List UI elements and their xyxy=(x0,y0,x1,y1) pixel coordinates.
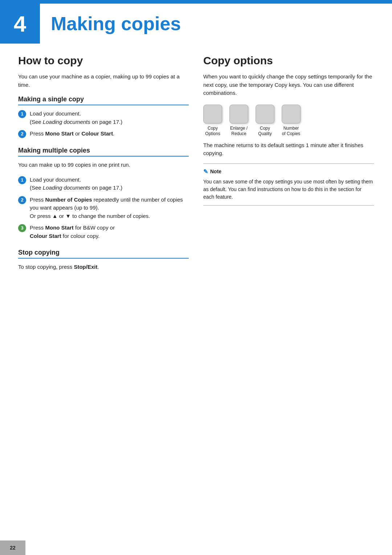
note-title-text: Note xyxy=(210,169,221,174)
returns-text: The machine returns to its default setti… xyxy=(203,141,374,158)
single-copy-step-2: 2 Press Mono Start or Colour Start. xyxy=(18,130,189,138)
note-title: ✎ Note xyxy=(203,168,374,175)
copy-quality-label: CopyQuality xyxy=(258,126,271,137)
how-to-copy-intro: You can use your machine as a copier, ma… xyxy=(18,73,189,89)
multiple-copies-title: Making multiple copies xyxy=(18,147,189,157)
enlarge-reduce-label: Enlarge /Reduce xyxy=(230,126,248,137)
main-content: How to copy You can use your machine as … xyxy=(0,54,392,280)
single-copy-step-2-text: Press Mono Start or Colour Start. xyxy=(30,130,189,138)
note-icon: ✎ xyxy=(203,168,208,175)
multiple-copies-intro: You can make up to 99 copies in one prin… xyxy=(18,161,189,169)
multiple-copies-section: Making multiple copies You can make up t… xyxy=(18,147,189,240)
copy-options-intro: When you want to quickly change the copy… xyxy=(203,73,374,97)
enlarge-reduce-button[interactable] xyxy=(229,105,248,123)
single-copy-section: Making a single copy 1 Load your documen… xyxy=(18,96,189,138)
stop-copying-section: Stop copying To stop copying, press Stop… xyxy=(18,249,189,271)
copy-key-number: Numberof Copies xyxy=(282,105,301,137)
single-copy-step-1-text: Load your document.(See Loading document… xyxy=(30,110,189,126)
multiple-copies-step-2: 2 Press Number of Copies repeatedly unti… xyxy=(18,196,189,220)
stop-copying-text: To stop copying, press Stop/Exit. xyxy=(18,263,189,271)
chapter-number: 4 xyxy=(14,11,26,37)
note-box: ✎ Note You can save some of the copy set… xyxy=(203,163,374,206)
right-column: Copy options When you want to quickly ch… xyxy=(203,54,374,280)
multiple-copies-step-1-text: Load your document.(See Loading document… xyxy=(30,176,189,192)
multiple-copies-step-3: 3 Press Mono Start for B&W copy orColour… xyxy=(18,224,189,240)
page-number-box: 22 xyxy=(0,540,25,555)
step-circle-m3: 3 xyxy=(18,224,26,232)
multiple-copies-step-2-text: Press Number of Copies repeatedly until … xyxy=(30,196,189,220)
single-copy-step-1: 1 Load your document.(See Loading docume… xyxy=(18,110,189,126)
step-circle-1: 1 xyxy=(18,110,26,118)
multiple-copies-step-3-text: Press Mono Start for B&W copy orColour S… xyxy=(30,224,189,240)
bottom-bar: 22 xyxy=(0,540,392,555)
chapter-header: 4 Making copies xyxy=(0,4,392,44)
number-of-copies-label: Numberof Copies xyxy=(282,126,301,137)
top-bar xyxy=(0,0,392,4)
chapter-title: Making copies xyxy=(51,13,181,35)
copy-keys-row: CopyOptions Enlarge /Reduce CopyQuality … xyxy=(203,105,374,137)
left-column: How to copy You can use your machine as … xyxy=(18,54,189,280)
page-number: 22 xyxy=(10,545,16,551)
step-circle-m2: 2 xyxy=(18,196,26,204)
copy-options-button[interactable] xyxy=(203,105,222,123)
chapter-number-box: 4 xyxy=(0,4,40,44)
copy-key-enlarge-reduce: Enlarge /Reduce xyxy=(229,105,248,137)
copy-quality-button[interactable] xyxy=(256,105,274,123)
copy-key-options: CopyOptions xyxy=(203,105,222,137)
single-copy-title: Making a single copy xyxy=(18,96,189,105)
note-text: You can save some of the copy settings y… xyxy=(203,178,374,201)
how-to-copy-heading: How to copy xyxy=(18,54,189,67)
multiple-copies-step-1: 1 Load your document.(See Loading docume… xyxy=(18,176,189,192)
step-circle-m1: 1 xyxy=(18,176,26,184)
number-of-copies-button[interactable] xyxy=(282,105,301,123)
copy-options-label: CopyOptions xyxy=(205,126,220,137)
copy-options-heading: Copy options xyxy=(203,54,374,67)
copy-key-quality: CopyQuality xyxy=(256,105,274,137)
stop-copying-title: Stop copying xyxy=(18,249,189,259)
step-circle-2: 2 xyxy=(18,130,26,138)
